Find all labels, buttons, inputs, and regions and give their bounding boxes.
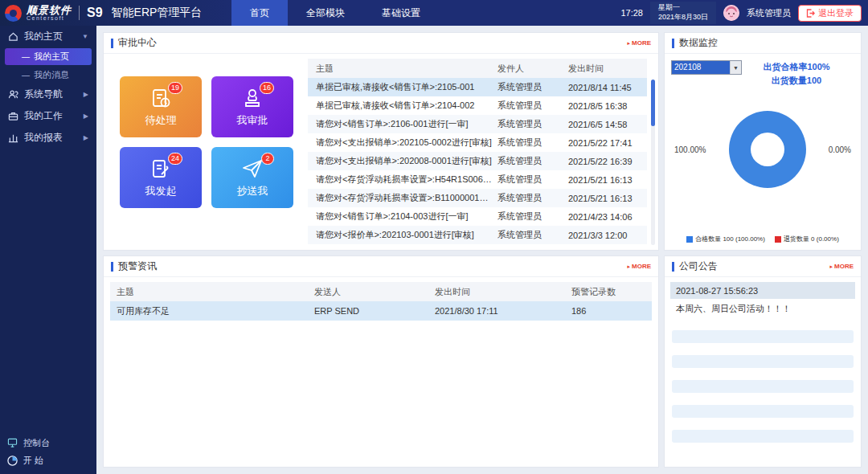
date-box: 星期一 2021年8月30日 (650, 2, 716, 23)
cell-sender: 系统管理员 (497, 192, 568, 204)
cell-sent-time: 2021/6/5 14:58 (568, 120, 647, 129)
approval-row[interactable]: 请您对<报价单>:202103-0001进行[审核] 系统管理员 2021/3/… (308, 226, 647, 244)
chevron-down-icon: ▼ (82, 33, 88, 40)
sidebar-subitem-my-messages[interactable]: — 我的消息 (0, 66, 96, 84)
main-content: 审批中心 ▸MORE 19 待处理 16 我审批 (96, 26, 868, 474)
dash-bullet: — (22, 52, 30, 61)
month-select[interactable]: 202108 ▼ (671, 60, 742, 75)
dash-bullet: — (22, 71, 30, 80)
notice-more-link[interactable]: ▸MORE (829, 263, 854, 270)
cell-sent-time: 2021/8/30 17:11 (435, 306, 571, 316)
cell-sender: 系统管理员 (497, 229, 568, 241)
tile-cc-to-me[interactable]: 2 抄送我 (211, 147, 293, 208)
approval-row[interactable]: 请您对<支出报销单>:202105-0002进行[审核] 系统管理员 2021/… (308, 133, 647, 152)
col-subject: 主题 (117, 286, 314, 298)
user-avatar[interactable] (723, 5, 739, 21)
nav-basic-settings[interactable]: 基础设置 (363, 0, 439, 26)
legend-returned: 退货数量 0 (0.00%) (775, 235, 839, 243)
warning-panel-title: 预警资讯 (111, 259, 157, 273)
empty-row-stripe (672, 355, 854, 368)
cell-sent-time: 2021/5/21 16:13 (568, 175, 647, 185)
empty-row-stripe (672, 330, 854, 343)
warning-row[interactable]: 可用库存不足 ERP SEND 2021/8/30 17:11 186 (110, 301, 652, 321)
sidebar-item-label: 系统导航 (24, 88, 63, 101)
sidebar-item-label: 我的工作 (24, 109, 63, 123)
approval-table-body: 单据已审核,请接收<销售订单>:2105-001 系统管理员 2021/8/14… (308, 78, 647, 244)
approval-scrollbar-thumb[interactable] (651, 80, 655, 126)
warning-table-header: 主题 发送人 发出时间 预警记录数 (110, 282, 652, 301)
logout-button[interactable]: 退出登录 (798, 5, 862, 22)
sidebar-item-my-work[interactable]: 我的工作 ▶ (0, 105, 96, 127)
donut-hole (751, 133, 784, 166)
cc-badge: 2 (261, 153, 274, 165)
cell-subject: 请您对<存货浮动耗损率设置>:H54R1S006002进行[审核] (316, 174, 497, 186)
tile-my-approvals[interactable]: 16 我审批 (211, 76, 293, 137)
nav-all-modules[interactable]: 全部模块 (288, 0, 363, 26)
initiated-badge: 24 (168, 153, 182, 165)
cell-sender: 系统管理员 (497, 118, 568, 130)
approval-row[interactable]: 单据已审核,请接收<销售订单>:2105-001 系统管理员 2021/8/14… (308, 78, 647, 96)
sidebar-item-my-reports[interactable]: 我的报表 ▶ (0, 127, 96, 149)
approval-tiles: 19 待处理 16 我审批 24 (104, 54, 305, 250)
sidebar: 我的主页 ▼ — 我的主页 — 我的消息 系统导航 ▶ 我的工作 ▶ 我的报表 … (0, 26, 96, 474)
cell-sent-time: 2021/8/5 16:38 (568, 101, 647, 111)
empty-row-stripe (672, 430, 854, 443)
nav-home[interactable]: 首页 (231, 0, 288, 26)
username: 系统管理员 (747, 7, 791, 19)
subitem-label: 我的消息 (34, 69, 69, 81)
sidebar-subitem-my-home[interactable]: — 我的主页 (5, 48, 92, 65)
legend-red-swatch (775, 236, 781, 243)
start-button[interactable]: 开 始 (0, 452, 96, 469)
monitor-panel-title: 数据监控 (672, 36, 718, 50)
chevron-right-icon: ▶ (84, 134, 88, 141)
approval-row[interactable]: 请您对<存货浮动耗损率设置>:B11000001进行[审核] 系统管理员 202… (308, 189, 647, 207)
brand-subtitle: Centersoft (27, 15, 72, 21)
cell-subject: 请您对<销售订单>:2104-003进行[一审] (316, 210, 497, 223)
date: 2021年8月30日 (658, 13, 708, 22)
warning-table-body: 可用库存不足 ERP SEND 2021/8/30 17:11 186 (110, 301, 652, 321)
approval-row[interactable]: 请您对<销售订单>:2104-003进行[一审] 系统管理员 2021/4/23… (308, 207, 647, 226)
tile-label: 我审批 (237, 113, 268, 128)
cell-record-count: 186 (571, 306, 652, 316)
approval-row[interactable]: 单据已审核,请接收<销售订单>:2104-002 系统管理员 2021/8/5 … (308, 96, 647, 115)
cell-sent-time: 2021/5/22 17:41 (568, 138, 647, 148)
more-icon: ▸ (627, 40, 630, 47)
cell-sent-time: 2021/5/21 16:13 (568, 194, 647, 203)
cell-subject: 单据已审核,请接收<销售订单>:2105-001 (316, 81, 497, 93)
approval-more-link[interactable]: ▸MORE (627, 39, 651, 47)
notice-content[interactable]: 本周六、周日公司活动！！！ (670, 299, 855, 318)
cell-subject: 请您对<支出报销单>:202008-0001进行[审核] (316, 155, 497, 167)
col-sent-time: 发出时间 (568, 63, 647, 75)
paper-plane-icon (241, 157, 264, 180)
start-label: 开 始 (23, 455, 43, 467)
col-record-count: 预警记录数 (571, 286, 652, 298)
col-subject: 主题 (316, 63, 497, 75)
sidebar-bottom: 控制台 开 始 (0, 434, 96, 469)
my-approvals-badge: 16 (260, 82, 274, 94)
brand-area: 顺景软件 Centersoft S9 智能ERP管理平台 (0, 0, 231, 26)
select-dropdown-arrow-icon: ▼ (730, 61, 741, 74)
approval-scrollbar[interactable] (651, 80, 655, 245)
avatar-face-icon (723, 5, 739, 21)
more-icon: ▸ (627, 264, 630, 270)
pending-badge: 19 (168, 82, 182, 94)
cell-sender: 系统管理员 (497, 174, 568, 186)
cell-subject: 可用库存不足 (117, 305, 314, 317)
approval-row[interactable]: 请您对<支出报销单>:202008-0001进行[审核] 系统管理员 2021/… (308, 152, 647, 170)
tile-pending[interactable]: 19 待处理 (120, 76, 202, 137)
sidebar-item-system-nav[interactable]: 系统导航 ▶ (0, 84, 96, 105)
legend-qualified: 合格数量 100 (100.00%) (686, 235, 765, 243)
approval-row[interactable]: 请您对<销售订单>:2106-001进行[一审] 系统管理员 2021/6/5 … (308, 115, 647, 133)
approval-panel-title: 审批中心 (111, 36, 157, 50)
approval-row[interactable]: 请您对<存货浮动耗损率设置>:H54R1S006002进行[审核] 系统管理员 … (308, 170, 647, 189)
bar-chart-icon (8, 133, 18, 143)
donut-legend: 合格数量 100 (100.00%) 退货数量 0 (0.00%) (671, 235, 854, 245)
sidebar-item-label: 我的报表 (24, 131, 63, 145)
sidebar-item-my-home[interactable]: 我的主页 ▼ (0, 26, 96, 47)
cell-sender: 系统管理员 (497, 100, 568, 112)
weekday: 星期一 (658, 3, 708, 13)
warning-more-link[interactable]: ▸MORE (627, 263, 651, 270)
tile-initiated-by-me[interactable]: 24 我发起 (120, 147, 202, 208)
notice-datetime: 2021-08-27 15:56:23 (670, 282, 855, 299)
console-button[interactable]: 控制台 (0, 434, 96, 452)
